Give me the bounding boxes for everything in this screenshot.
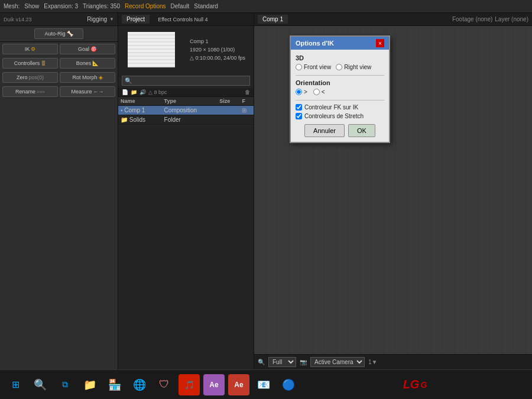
comp-icon: ▪ [121,107,123,113]
comp-name-info: Comp 1 [185,37,250,46]
stretch-checkbox[interactable] [296,113,302,119]
controllers-button[interactable]: Controllers 🎛 [2,58,58,69]
taskbar-explorer-icon[interactable]: 📁 [79,374,100,395]
dialog-3d-radio-group: Front view Right view [296,64,384,70]
rotmorph-icon: ◈ [99,74,103,80]
standard-label: Standard [194,3,218,9]
zero-button[interactable]: Zero pos(0) [2,72,58,83]
project-search-input[interactable] [122,76,250,86]
duik-autorig-row: Auto-Rig 🦴 [0,26,118,42]
tab-effects[interactable]: Effect Controls Null 4 [153,15,212,24]
stretch-label: Controleurs de Stretch [304,113,364,119]
comp-zoom-select[interactable]: Full 50% 25% [268,357,296,367]
dialog-title-text: Options d'IK [296,40,334,47]
col-fr-header: F [239,97,254,106]
ik-options-dialog[interactable]: Options d'IK × 3D Front view Right view … [290,35,390,143]
taskbar-ae-icon[interactable]: Ae [203,374,225,395]
arrows-label: >>> [37,89,45,95]
item-solids-name: 📁 Solids [118,115,162,125]
toolbar-delete-icon[interactable]: 🗑 [245,89,250,95]
dialog-front-view-option[interactable]: Front view [296,64,331,70]
default-label: Default [171,3,190,9]
taskbar-search-icon[interactable]: 🔍 [30,374,51,395]
taskbar-music-icon[interactable]: 🎵 [179,374,200,395]
folder-icon: 📁 [121,116,128,123]
footage-none-label: Footage (none) [452,16,492,22]
triangles-label: Triangles: 350 [83,3,120,9]
dialog-divider-1 [296,75,384,76]
project-info-block: Comp 1 1920 × 1080 (1/00) △ 0:10:00.00, … [185,37,250,62]
comp-view-icon: 📷 [300,359,307,365]
autorig-label: Auto-Rig [44,31,65,37]
project-item-solids[interactable]: 📁 Solids Folder [118,115,254,125]
front-view-radio[interactable] [296,64,302,70]
orient-left-radio[interactable] [313,89,320,95]
col-type-header: Type [162,97,218,106]
rename-button[interactable]: Rename >>> [2,86,58,97]
toolbar-icon-1[interactable]: 📄 [122,89,128,95]
bones-button[interactable]: Bones 📐 [60,58,115,69]
tab-project[interactable]: Project [122,15,150,24]
comp-zoom-label: 🔍 [258,359,265,365]
duik-panel: Duik v14.23 Rigging ▼ Auto-Rig 🦴 IK ⚙ Go… [0,13,118,369]
dialog-close-button[interactable]: × [376,39,384,47]
project-item-comp1[interactable]: ▪ Comp 1 Composition ⊞ [118,106,254,115]
dialog-stretch-row: Controleurs de Stretch [296,113,384,119]
dialog-orientation-label: Orientation [296,79,384,86]
toolbar-icon-2[interactable]: 📁 [131,89,137,95]
dialog-orient-left[interactable]: < [313,89,325,95]
preview-cloth-visual [128,32,175,67]
taskbar-windows-icon[interactable]: ⊞ [5,374,26,395]
comp1-extra-icon: ⊞ [242,107,246,113]
dialog-body: 3D Front view Right view Orientation > [291,50,389,142]
dialog-cancel-button[interactable]: Annuler [304,124,345,137]
front-view-label: Front view [304,64,331,70]
dialog-orient-right[interactable]: > [296,89,307,95]
taskbar-unknown-icon[interactable]: 🛡 [154,374,175,395]
layer-none-label: Layer (none) [495,16,528,22]
taskbar-ae2-icon[interactable]: Ae [228,374,249,395]
record-options-label[interactable]: Record Options [125,3,166,9]
duik-version-label: Duik v14.23 [4,17,32,22]
taskbar-edge-icon[interactable]: 🌐 [129,374,150,395]
rigging-label: Rigging [87,16,107,22]
dialog-ok-button[interactable]: OK [348,124,375,137]
lg-logo-g: G [420,380,427,390]
measure-button[interactable]: Measure ←→ [60,86,115,97]
taskbar-taskview-icon[interactable]: ⧉ [54,374,76,395]
taskbar: ⊞ 🔍 ⧉ 📁 🏪 🌐 🛡 🎵 Ae Ae 📧 🔵 LG G [0,369,532,399]
goal-icon: 🎯 [90,46,97,52]
dialog-title-bar: Options d'IK × [291,37,389,50]
taskbar-mail-icon[interactable]: 📧 [253,374,274,395]
right-view-radio[interactable] [336,64,342,70]
measure-label: Measure [71,89,92,95]
item-solids-size [217,115,239,125]
col-size-header: Size [217,97,239,106]
rotmorph-label: Rot Morph [72,74,97,80]
main-layout: Duik v14.23 Rigging ▼ Auto-Rig 🦴 IK ⚙ Go… [0,13,532,369]
goal-button[interactable]: Goal 🎯 [60,44,115,54]
right-view-label: Right view [344,64,371,70]
ik-icon: ⚙ [31,46,35,52]
ik-button[interactable]: IK ⚙ [2,44,58,54]
autorig-button[interactable]: Auto-Rig 🦴 [34,28,83,39]
show-label: Show [24,3,39,9]
toolbar-icon-3[interactable]: 🔊 [140,89,146,95]
measure-icon: ←→ [93,89,104,95]
item-comp1-size [217,106,239,115]
orient-right-radio[interactable] [296,89,302,95]
comp-size-info: 1920 × 1080 (1/00) [185,46,250,54]
controllers-label: Controllers [14,60,40,66]
project-toolbar: 📄 📁 🔊 △ 8 bpc 🗑 [118,88,254,97]
dialog-right-view-option[interactable]: Right view [336,64,371,70]
rotmorph-button[interactable]: Rot Morph ◈ [60,72,115,83]
comp-camera-select[interactable]: Active Camera [310,357,365,367]
taskbar-browser-icon[interactable]: 🔵 [278,374,299,395]
center-panel-header: Project Effect Controls Null 4 [118,13,254,26]
rename-measure-row: Rename >>> Measure ←→ [0,85,118,99]
autorig-icon: 🦴 [67,31,73,37]
fk-on-ik-checkbox[interactable] [296,104,302,111]
taskbar-store-icon[interactable]: 🏪 [104,374,125,395]
comp-tab[interactable]: Comp 1 [258,15,288,24]
bones-icon: 📐 [92,60,99,66]
